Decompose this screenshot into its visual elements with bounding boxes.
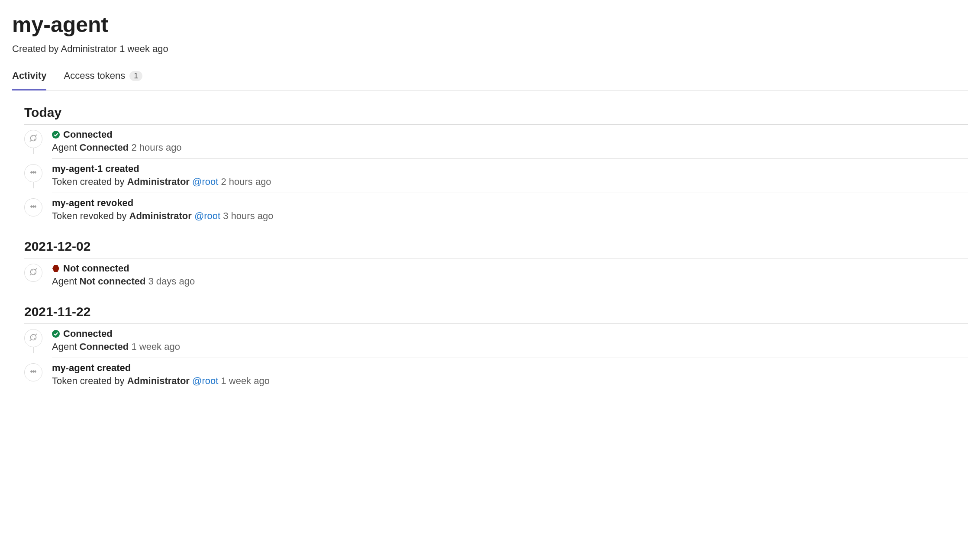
event-icon-wrap — [24, 125, 42, 148]
event-description: Agent Not connected 3 days ago — [52, 276, 968, 287]
event-row: my-agent createdToken created by Adminis… — [24, 358, 968, 392]
page-title: my-agent — [12, 12, 968, 37]
event-time: 3 days ago — [145, 276, 195, 287]
svg-point-12 — [31, 335, 36, 340]
event-icon-wrap — [24, 258, 42, 282]
subtitle-author: Administrator — [61, 43, 117, 54]
event-list: ConnectedAgent Connected 1 week agomy-ag… — [24, 324, 968, 392]
tab-access-tokens[interactable]: Access tokens 1 — [64, 70, 142, 90]
event-user-link[interactable]: @root — [194, 210, 220, 221]
svg-marker-11 — [52, 265, 59, 272]
event-icon-wrap — [24, 358, 42, 381]
event-desc-prefix: Token created by — [52, 375, 127, 386]
plug-icon — [29, 134, 38, 144]
section-heading: 2021-12-02 — [24, 239, 968, 254]
section-heading: Today — [24, 105, 968, 120]
status-ok-icon — [52, 131, 60, 139]
event-content: my-agent createdToken created by Adminis… — [52, 358, 968, 392]
tab-access-tokens-label: Access tokens — [64, 70, 125, 81]
event-title-text: Not connected — [63, 263, 129, 274]
event-description: Token created by Administrator @root 2 h… — [52, 176, 968, 187]
event-title: my-agent revoked — [52, 197, 968, 209]
event-icon-wrap — [24, 193, 42, 216]
event-content: my-agent revokedToken revoked by Adminis… — [52, 193, 968, 227]
event-title: Connected — [52, 129, 968, 140]
svg-point-1 — [52, 131, 60, 139]
token-icon — [29, 367, 38, 378]
event-user-link[interactable]: @root — [192, 375, 218, 386]
event-desc-prefix: Agent — [52, 142, 80, 153]
event-content: my-agent-1 createdToken created by Admin… — [52, 159, 968, 193]
event-icon-circle — [24, 130, 42, 148]
section-heading: 2021-11-22 — [24, 304, 968, 319]
svg-rect-3 — [31, 171, 32, 174]
event-icon-wrap — [24, 324, 42, 347]
event-description: Token created by Administrator @root 1 w… — [52, 375, 968, 387]
event-content: ConnectedAgent Connected 2 hours ago — [52, 125, 968, 159]
event-row: Not connectedAgent Not connected 3 days … — [24, 258, 968, 292]
subtitle-time: 1 week ago — [117, 43, 168, 54]
plug-icon — [29, 268, 38, 278]
status-ok-icon — [52, 330, 60, 338]
event-desc-bold: Connected — [80, 341, 129, 352]
event-title: my-agent-1 created — [52, 163, 968, 174]
event-desc-bold: Connected — [80, 142, 129, 153]
event-connector — [33, 148, 34, 154]
event-row: ConnectedAgent Connected 1 week ago — [24, 324, 968, 358]
event-description: Token revoked by Administrator @root 3 h… — [52, 210, 968, 222]
event-icon-circle — [24, 198, 42, 216]
event-content: Not connectedAgent Not connected 3 days … — [52, 258, 968, 292]
page-subtitle: Created by Administrator 1 week ago — [12, 43, 968, 55]
token-icon — [29, 202, 38, 213]
svg-rect-8 — [33, 205, 34, 208]
event-title-text: my-agent-1 created — [52, 163, 139, 174]
event-row: my-agent revokedToken revoked by Adminis… — [24, 193, 968, 227]
event-time: 2 hours ago — [218, 176, 271, 187]
event-list: Not connectedAgent Not connected 3 days … — [24, 258, 968, 292]
tab-activity-label: Activity — [12, 70, 46, 81]
event-list: ConnectedAgent Connected 2 hours agomy-a… — [24, 125, 968, 227]
status-bad-icon — [52, 265, 60, 272]
event-title-text: Connected — [63, 328, 113, 339]
event-title-text: my-agent revoked — [52, 197, 133, 209]
event-icon-circle — [24, 363, 42, 381]
svg-rect-4 — [33, 171, 34, 174]
event-connector — [33, 182, 34, 188]
svg-rect-17 — [35, 370, 36, 373]
event-time: 1 week ago — [218, 375, 270, 386]
event-icon-circle — [24, 264, 42, 282]
event-title: Connected — [52, 328, 968, 339]
event-row: my-agent-1 createdToken created by Admin… — [24, 159, 968, 193]
event-connector — [33, 347, 34, 353]
event-desc-prefix: Agent — [52, 341, 80, 352]
event-row: ConnectedAgent Connected 2 hours ago — [24, 125, 968, 159]
event-content: ConnectedAgent Connected 1 week ago — [52, 324, 968, 358]
event-desc-bold: Administrator — [127, 375, 190, 386]
svg-point-0 — [31, 136, 36, 141]
event-desc-prefix: Token created by — [52, 176, 127, 187]
svg-rect-15 — [31, 370, 32, 373]
event-user-link[interactable]: @root — [192, 176, 218, 187]
event-desc-bold: Administrator — [129, 210, 192, 221]
event-title: my-agent created — [52, 362, 968, 374]
plug-icon — [29, 333, 38, 343]
access-tokens-count-badge: 1 — [129, 71, 142, 81]
event-title: Not connected — [52, 263, 968, 274]
tab-activity[interactable]: Activity — [12, 70, 46, 90]
event-time: 1 week ago — [129, 341, 180, 352]
token-icon — [29, 168, 38, 178]
svg-rect-16 — [33, 370, 34, 373]
activity-sections: TodayConnectedAgent Connected 2 hours ag… — [12, 105, 968, 392]
event-desc-prefix: Token revoked by — [52, 210, 129, 221]
svg-point-10 — [31, 269, 36, 275]
svg-rect-5 — [35, 171, 36, 174]
event-title-text: Connected — [63, 129, 113, 140]
svg-rect-9 — [35, 205, 36, 208]
event-time: 3 hours ago — [220, 210, 273, 221]
event-desc-prefix: Agent — [52, 276, 80, 287]
event-icon-circle — [24, 329, 42, 347]
tabs: Activity Access tokens 1 — [12, 70, 968, 90]
event-time: 2 hours ago — [129, 142, 181, 153]
event-description: Agent Connected 1 week ago — [52, 341, 968, 352]
svg-rect-7 — [31, 205, 32, 208]
